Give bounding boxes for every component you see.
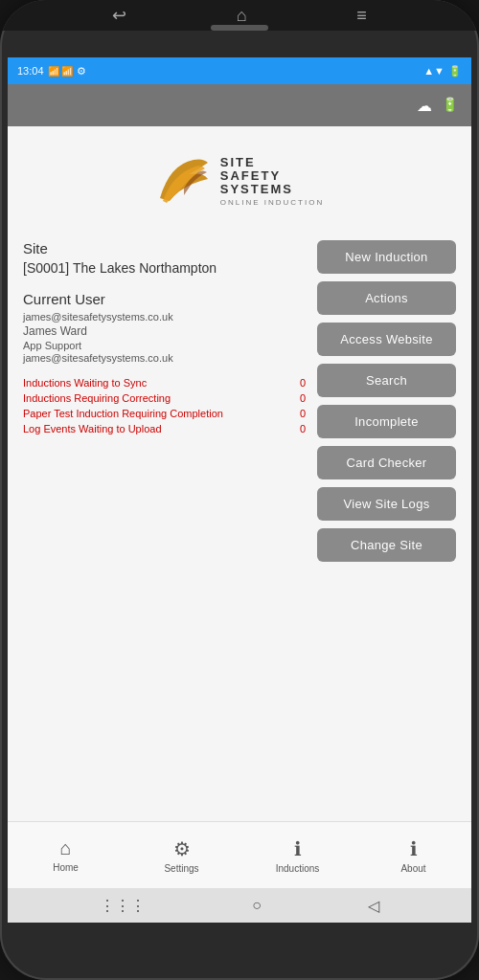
settings-icon: ⚙ bbox=[77, 65, 86, 78]
logo-line3: SYSTEMS bbox=[220, 183, 324, 196]
time-display: 13:04 bbox=[17, 65, 44, 77]
status-bar: 13:04 📶 📶 ⚙ ▲▼ 🔋 bbox=[8, 57, 471, 84]
logo-line1: SITE bbox=[220, 156, 324, 169]
battery-icon: 🔋 bbox=[448, 65, 462, 78]
settings-nav-label: Settings bbox=[164, 863, 198, 874]
speaker bbox=[211, 25, 268, 31]
phone-screen: 13:04 📶 📶 ⚙ ▲▼ 🔋 ☁ 🔋 bbox=[8, 57, 471, 923]
cloud-icon[interactable]: ☁ bbox=[417, 97, 432, 115]
status-item-paper: Paper Test Induction Requiring Completio… bbox=[23, 408, 306, 419]
nav-inductions[interactable]: ℹ Inductions bbox=[240, 837, 355, 874]
logo-area: SITE SAFETY SYSTEMS ONLINE INDUCTION bbox=[23, 145, 456, 217]
nav-home[interactable]: ⌂ Home bbox=[8, 837, 124, 873]
search-button[interactable]: Search bbox=[317, 364, 456, 397]
status-list: Inductions Waiting to Sync 0 Inductions … bbox=[23, 377, 306, 434]
status-item-sync: Inductions Waiting to Sync 0 bbox=[23, 377, 306, 389]
app-bar: ☁ 🔋 bbox=[8, 84, 471, 126]
menu-physical-btn[interactable]: ≡ bbox=[356, 6, 367, 26]
status-item-sync-count: 0 bbox=[286, 377, 306, 389]
site-name: [S0001] The Lakes Northampton bbox=[23, 260, 306, 276]
android-recents-btn[interactable]: ⋮⋮⋮ bbox=[100, 897, 146, 915]
inductions-nav-icon: ℹ bbox=[294, 837, 302, 860]
status-left: 13:04 📶 📶 ⚙ bbox=[17, 65, 86, 78]
status-item-log-count: 0 bbox=[286, 423, 306, 434]
logo-container: SITE SAFETY SYSTEMS ONLINE INDUCTION bbox=[155, 155, 324, 208]
logo-line4: ONLINE INDUCTION bbox=[220, 199, 324, 208]
status-item-correcting-label: Inductions Requiring Correcting bbox=[23, 392, 286, 404]
status-item-paper-label: Paper Test Induction Requiring Completio… bbox=[23, 408, 286, 419]
android-back-btn[interactable]: ◁ bbox=[368, 897, 379, 915]
status-item-sync-label: Inductions Waiting to Sync bbox=[23, 377, 286, 389]
card-checker-button[interactable]: Card Checker bbox=[317, 446, 456, 479]
left-column: Site [S0001] The Lakes Northampton Curre… bbox=[23, 240, 306, 438]
back-physical-btn[interactable]: ↩ bbox=[112, 5, 126, 26]
logo-text: SITE SAFETY SYSTEMS ONLINE INDUCTION bbox=[220, 156, 324, 208]
right-column: New Induction Actions Access Website Sea… bbox=[317, 240, 456, 562]
logo-line2: SAFETY bbox=[220, 169, 324, 183]
logo-svg bbox=[155, 155, 213, 208]
home-physical-btn[interactable]: ⌂ bbox=[237, 6, 247, 26]
site-label: Site bbox=[23, 240, 306, 256]
android-home-btn[interactable]: ○ bbox=[252, 897, 262, 914]
wifi-icon: ▲▼ bbox=[423, 65, 445, 77]
bottom-nav: ⌂ Home ⚙ Settings ℹ Inductions ℹ About bbox=[8, 821, 471, 888]
about-nav-icon: ℹ bbox=[410, 837, 418, 860]
view-site-logs-button[interactable]: View Site Logs bbox=[317, 487, 456, 521]
current-user-label: Current User bbox=[23, 291, 306, 307]
phone-frame: 13:04 📶 📶 ⚙ ▲▼ 🔋 ☁ 🔋 bbox=[0, 0, 479, 980]
status-item-correcting: Inductions Requiring Correcting 0 bbox=[23, 392, 306, 404]
nav-about[interactable]: ℹ About bbox=[355, 837, 471, 874]
app-support-label: App Support bbox=[23, 340, 306, 351]
support-email: james@sitesafetysystems.co.uk bbox=[23, 352, 306, 364]
status-item-log-label: Log Events Waiting to Upload bbox=[23, 423, 286, 434]
status-item-paper-count: 0 bbox=[286, 408, 306, 419]
home-nav-icon: ⌂ bbox=[59, 837, 71, 859]
android-nav-bar: ⋮⋮⋮ ○ ◁ bbox=[8, 888, 471, 923]
signal-icons: 📶 📶 bbox=[48, 66, 74, 77]
app-bar-icons: ☁ 🔋 bbox=[417, 97, 458, 115]
nav-settings[interactable]: ⚙ Settings bbox=[124, 837, 240, 874]
battery-bar-icon: 🔋 bbox=[442, 97, 458, 115]
status-item-log: Log Events Waiting to Upload 0 bbox=[23, 423, 306, 434]
new-induction-button[interactable]: New Induction bbox=[317, 240, 456, 274]
settings-nav-icon: ⚙ bbox=[173, 837, 191, 860]
two-column-layout: Site [S0001] The Lakes Northampton Curre… bbox=[23, 240, 456, 562]
bird-logo bbox=[155, 155, 213, 208]
status-item-correcting-count: 0 bbox=[286, 392, 306, 404]
user-email: james@sitesafetysystems.co.uk bbox=[23, 311, 306, 323]
actions-button[interactable]: Actions bbox=[317, 281, 456, 315]
access-website-button[interactable]: Access Website bbox=[317, 323, 456, 356]
change-site-button[interactable]: Change Site bbox=[317, 528, 456, 562]
incomplete-button[interactable]: Incomplete bbox=[317, 405, 456, 438]
user-name: James Ward bbox=[23, 324, 306, 338]
home-nav-label: Home bbox=[53, 862, 79, 873]
inductions-nav-label: Inductions bbox=[276, 863, 320, 874]
status-right: ▲▼ 🔋 bbox=[423, 65, 462, 78]
main-content: SITE SAFETY SYSTEMS ONLINE INDUCTION Sit… bbox=[8, 126, 471, 821]
about-nav-label: About bbox=[400, 863, 425, 874]
